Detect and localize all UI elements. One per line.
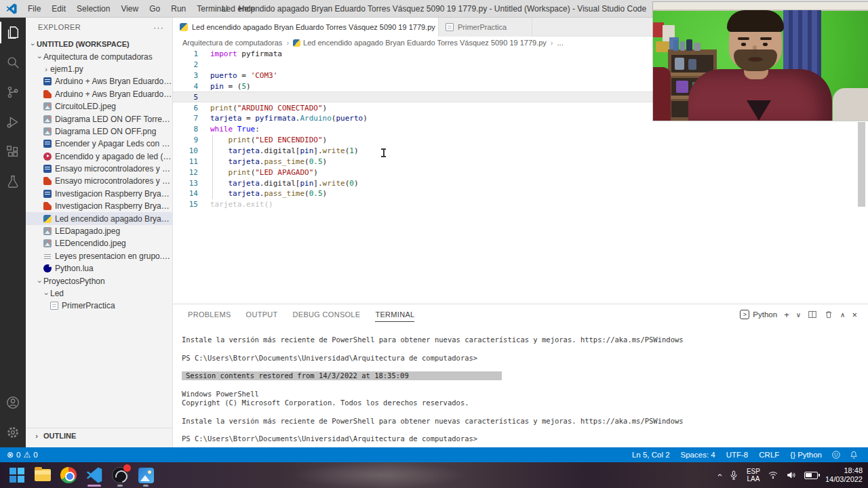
tree-item-diagrama-led-on-off-png[interactable]: Diagrama LED ON OFF.png [26,125,172,138]
settings-gear-icon[interactable] [0,418,26,447]
code-line-8[interactable]: 8while True: [173,124,868,135]
code-token: ) [246,82,251,91]
explorer-icon[interactable] [0,18,26,47]
tree-item-label: UNTITLED (WORKSPACE) [37,40,130,48]
battery-icon[interactable] [804,472,818,479]
outline-section[interactable]: › OUTLINE [26,428,172,443]
tree-item-diagrama-led-on-off-torres-png[interactable]: Diagrama LED ON OFF Torres.png [26,113,172,125]
breadcrumb-item[interactable]: Led encendido apagado Bryan Eduardo Torr… [303,39,547,47]
feedback-icon[interactable] [831,450,841,460]
terminal-line: PS C:\Users\Btorr\Documents\Universidad\… [182,354,859,363]
line-number: 13 [173,179,198,188]
new-terminal-icon[interactable]: + [784,310,789,320]
code-line-11[interactable]: 11 tarjeta.pass_time(0.5) [173,156,868,167]
menu-edit[interactable]: Edit [46,0,71,18]
tree-item-encender-y-apagar-leds-con-pytho[interactable]: Encender y Apagar Leds con Pytho... [26,138,172,150]
tree-item-primerpractica[interactable]: PrimerPractica [26,300,172,312]
breadcrumb-item[interactable]: Arquitectura de computadoras [182,39,282,47]
kill-terminal-icon[interactable] [824,310,833,319]
shell-selector[interactable]: > Python [740,310,777,319]
code-line-15[interactable]: 15tarjeta.exit() [173,199,868,210]
speaker-icon[interactable] [786,470,797,481]
language-indicator[interactable]: ESP LAA [747,468,760,483]
tree-item-arduino-aws-bryan-eduardo-torr[interactable]: Arduino + Aws Bryan Eduardo Torr... [26,75,172,87]
menu-run[interactable]: Run [165,0,191,18]
panel-tab-terminal[interactable]: TERMINAL [375,304,414,325]
testing-icon[interactable] [0,167,26,197]
hidden-icons-chevron-icon[interactable]: › [715,474,724,476]
code-token: pin [300,146,313,155]
tree-item-leyes-presentacion-en-grupo-pptx[interactable]: Leyes presentacion en grupo.pptx [26,250,172,262]
source-control-icon[interactable] [0,77,26,107]
status-python[interactable]: {} Python [785,451,827,459]
breadcrumb-item[interactable]: ... [557,39,564,47]
menu-view[interactable]: View [115,0,144,18]
file-explorer-icon[interactable] [34,466,52,484]
menu-file[interactable]: File [22,0,46,18]
editor-scrollbar[interactable] [858,122,865,207]
search-icon[interactable] [0,47,26,77]
menu-go[interactable]: Go [144,0,165,18]
notifications-bell-icon[interactable] [849,450,859,460]
tree-item-ensayo-microcontroladores-y-micro[interactable]: Ensayo microcontroladores y micro... [26,175,172,187]
wifi-icon[interactable] [768,470,778,481]
word-icon [43,190,52,198]
tree-item-investigacion-raspberry-bryan-edua[interactable]: Investigacion Raspberry Bryan Edua... [26,188,172,200]
run-debug-icon[interactable] [0,107,26,137]
tree-item-arquitectura-de-computadoras[interactable]: ›Arquitectura de computadoras [26,50,172,62]
terminal-line [182,380,859,389]
start-button-icon[interactable] [8,466,26,484]
photos-icon[interactable] [137,466,155,484]
more-actions-icon[interactable]: ··· [153,22,164,33]
panel-tab-output[interactable]: OUTPUT [246,304,278,325]
code-line-9[interactable]: 9 print("LED ENCENDIDO") [173,135,868,146]
status-utf-8[interactable]: UTF-8 [721,451,754,459]
split-terminal-icon[interactable] [808,310,817,319]
tree-item-encendido-y-apagado-de-led-tarea[interactable]: Encendido y apagado de led (Tarea ... [26,150,172,163]
tab-led-encendido-apagado-bryan-eduardo-torres-v-squez-5090-19-1779-py[interactable]: Led encendido apagado Bryan Eduardo Torr… [173,18,439,37]
code-line-13[interactable]: 13 tarjeta.digital[pin].write(0) [173,178,868,188]
tree-item-ledencendido-jpeg[interactable]: LEDencendido.jpeg [26,237,172,249]
tree-item-python-lua[interactable]: Python.lua [26,262,172,274]
code-token: puerto [336,114,363,123]
problems-status[interactable]: ⊗ 0 ⚠ 0 [0,450,38,460]
code-token: import [210,49,237,58]
status-ln-5-col-2[interactable]: Ln 5, Col 2 [627,451,675,459]
tree-item-circuitoled-jpeg[interactable]: CircuitoLED.jpeg [26,100,172,113]
code-token: 1 [349,146,354,155]
terminal-dropdown-icon[interactable]: ∨ [796,311,801,319]
code-line-14[interactable]: 14 tarjeta.pass_time(0.5) [173,188,868,199]
tree-item-investigacion-raspberry-bryan-edua[interactable]: Investigacion Raspberry Bryan Edua... [26,200,172,212]
code-token: ) [363,114,368,123]
vscode-taskbar-icon[interactable] [85,466,103,484]
code-text: tarjeta.digital[pin].write(1) [210,146,359,155]
tree-item-led[interactable]: ›Led [26,287,172,300]
tree-item-ledapagado-jpeg[interactable]: LEDapagado.jpeg [26,225,172,237]
status-crlf[interactable]: CRLF [753,451,785,459]
status-spaces-4[interactable]: Spaces: 4 [675,451,721,459]
terminal-line [182,407,859,416]
chrome-icon[interactable] [60,466,77,484]
code-line-10[interactable]: 10 tarjeta.digital[pin].write(1) [173,146,868,157]
tree-item-arduino-aws-bryan-eduardo-torr[interactable]: Arduino + Aws Bryan Eduardo Torr... [26,88,172,100]
code-line-12[interactable]: 12 print("LED APAGADO") [173,167,868,178]
panel-tab-debug-console[interactable]: DEBUG CONSOLE [293,304,361,325]
clock[interactable]: 18:48 14/03/2022 [825,466,863,484]
tree-item-ejem1-py[interactable]: ›ejem1.py [26,63,172,75]
maximize-panel-icon[interactable]: ∧ [840,311,845,319]
indent-guide [212,167,213,178]
microphone-icon[interactable] [728,470,739,481]
close-panel-icon[interactable]: × [852,310,857,320]
tree-item-untitled-workspace[interactable]: ›UNTITLED (WORKSPACE) [26,38,172,50]
tree-item-led-encendido-apagado-bryan-edu[interactable]: Led encendido apagado Bryan Edu... [26,212,172,224]
panel-tab-problems[interactable]: PROBLEMS [188,304,231,325]
obs-icon[interactable] [111,466,129,484]
tab-primerpractica[interactable]: PrimerPractica [439,18,532,37]
tree-item-proyectospython[interactable]: ›ProyectosPython [26,274,172,287]
tree-item-ensayo-microcontroladores-y-micro[interactable]: Ensayo microcontroladores y micro... [26,163,172,175]
extensions-icon[interactable] [0,137,26,167]
menu-selection[interactable]: Selection [71,0,115,18]
code-token: print [229,168,251,177]
terminal-output[interactable]: Instale la versión más reciente de Power… [173,325,859,447]
account-icon[interactable] [0,388,26,418]
